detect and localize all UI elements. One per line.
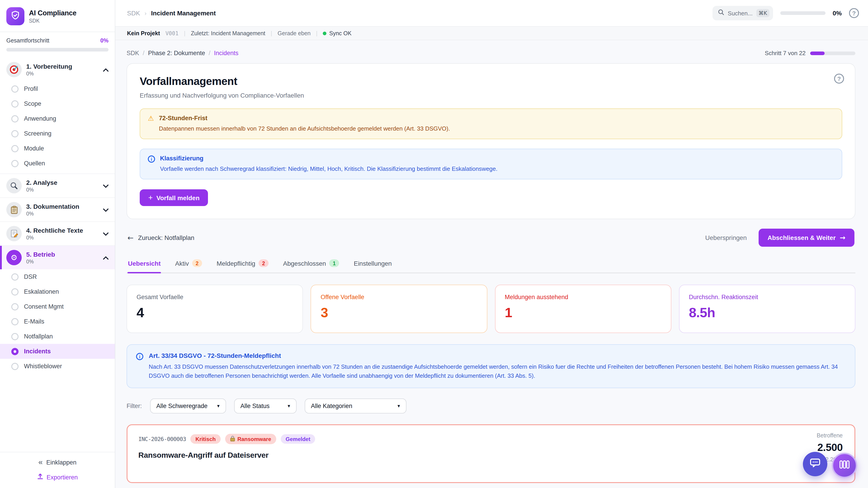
status-badge: Gemeldet: [281, 434, 315, 444]
export-button[interactable]: Exportieren: [0, 473, 115, 481]
tab-badge: 2: [258, 260, 269, 267]
search-icon: [718, 9, 724, 17]
page-breadcrumb: SDK / Phase 2: Dokumente / Incidents: [127, 50, 239, 57]
sidebar-item-module[interactable]: Module: [0, 141, 115, 156]
step-circle-icon: [11, 273, 19, 281]
tab-badge: 1: [329, 260, 339, 267]
filter-row: Filter: Alle Schweregrade ▾ Alle Status …: [127, 398, 855, 414]
app-root: AI Compliance SDK Gesamtfortschritt 0%: [0, 0, 868, 488]
gdpr-info-panel: i Art. 33/34 DSGVO - 72-Stunden-Meldepfl…: [127, 345, 855, 388]
page-content: SDK / Phase 2: Dokumente / Incidents Sch…: [115, 40, 868, 488]
section-percent: 0%: [26, 71, 98, 76]
back-link[interactable]: ← Zurueck: Notfallplan: [127, 234, 194, 242]
sidebar-item-quellen[interactable]: Quellen: [0, 156, 115, 171]
version-badge: V001: [165, 30, 179, 36]
tab-meldepflichtig[interactable]: Meldepflichtig 2: [216, 258, 269, 273]
chevron-up-icon: [103, 66, 108, 74]
breadcrumb-incidents: Incidents: [214, 50, 239, 57]
app-logo: [6, 7, 24, 25]
sidebar: AI Compliance SDK Gesamtfortschritt 0%: [0, 0, 115, 488]
breadcrumb-phase[interactable]: Phase 2: Dokumente: [148, 50, 205, 57]
stat-card-total: Gesamt Vorfaelle 4: [127, 285, 303, 333]
deadline-warning-note: ⚠ 72-Stunden-Frist Datenpannen muessen i…: [140, 108, 842, 139]
incident-management-card: ? Vorfallmanagement Erfassung und Nachve…: [127, 63, 855, 219]
stat-card-avg-reaction: Durchschn. Reaktionszeit 8.5h: [679, 285, 856, 333]
tab-aktiv[interactable]: Aktiv 2: [175, 258, 203, 273]
gdpr-panel-body: Nach Art. 33 DSGVO muessen Datenschutzve…: [149, 363, 845, 381]
sidebar-section-dokumentation[interactable]: 3. Dokumentation 0%: [0, 198, 115, 221]
tab-bar: Uebersicht Aktiv 2 Meldepflichtig 2 Abge…: [127, 258, 855, 273]
project-name: Kein Projekt: [127, 30, 160, 36]
stat-card-pending-reports: Meldungen ausstehend 1: [495, 285, 671, 333]
sidebar-section-rechtliche-texte[interactable]: 4. Rechtliche Texte 0%: [0, 222, 115, 246]
collapse-sidebar-button[interactable]: « Einklappen: [38, 458, 76, 467]
info-icon: i: [148, 156, 155, 163]
sidebar-section-analyse[interactable]: 2. Analyse 0%: [0, 174, 115, 197]
tab-abgeschlossen[interactable]: Abgeschlossen 1: [283, 258, 340, 273]
step-circle-icon: [11, 115, 19, 122]
upload-icon: [37, 473, 43, 481]
kanban-columns-icon: [839, 459, 850, 471]
sidebar-item-screening[interactable]: Screening: [0, 126, 115, 141]
breadcrumb-root[interactable]: SDK: [127, 9, 140, 17]
sidebar-item-profil[interactable]: Profil: [0, 81, 115, 96]
sidebar-section-vorbereitung[interactable]: 1. Vorbereitung 0%: [0, 58, 115, 81]
stats-row: Gesamt Vorfaelle 4 Offene Vorfaelle 3 Me…: [127, 285, 855, 333]
app-title: AI Compliance: [29, 9, 76, 17]
chat-button[interactable]: [803, 452, 827, 476]
magnifier-icon: [6, 178, 22, 193]
breadcrumb-current: Incident Management: [151, 9, 216, 17]
divider: |: [271, 30, 272, 36]
arrow-left-icon: ←: [127, 234, 133, 242]
overall-progress-label: Gesamtfortschritt: [6, 37, 49, 44]
chevron-down-icon: ▾: [217, 403, 219, 409]
step-circle-icon: [11, 333, 19, 340]
sidebar-item-eskalationen[interactable]: Eskalationen: [0, 284, 115, 299]
chevron-down-icon: [103, 230, 108, 238]
app-subtitle: SDK: [29, 18, 76, 24]
sidebar-item-whistleblower[interactable]: Whistleblower: [0, 359, 115, 374]
report-incident-button[interactable]: + Vorfall melden: [140, 190, 208, 206]
sidebar-item-scope[interactable]: Scope: [0, 96, 115, 111]
info-title: Klassifizierung: [160, 155, 498, 162]
kanban-panel-button[interactable]: [832, 453, 857, 478]
gear-icon: ⚙: [6, 250, 22, 265]
skip-button[interactable]: Ueberspringen: [705, 234, 747, 241]
last-saved-time: Gerade eben: [278, 30, 311, 36]
sidebar-footer: « Einklappen Exportieren: [0, 452, 115, 488]
sidebar-item-dsr[interactable]: DSR: [0, 269, 115, 284]
page-title: Vorfallmanagement: [140, 75, 842, 88]
overall-progress-bar: [6, 48, 108, 52]
keyboard-shortcut-badge: ⌘K: [756, 9, 769, 17]
affected-value: 2.500: [817, 442, 843, 454]
breadcrumb-sdk[interactable]: SDK: [127, 50, 139, 57]
step-circle-icon: [11, 363, 19, 370]
complete-next-button[interactable]: Abschliessen & Weiter →: [758, 229, 855, 247]
help-icon[interactable]: ?: [849, 8, 859, 18]
tab-uebersicht[interactable]: Uebersicht: [127, 258, 161, 273]
status-filter-select[interactable]: Alle Status ▾: [234, 398, 297, 414]
stat-card-open: Offene Vorfaelle 3: [311, 285, 487, 333]
sidebar-item-consent-mgmt[interactable]: Consent Mgmt: [0, 299, 115, 314]
severity-filter-select[interactable]: Alle Schweregrade ▾: [150, 398, 226, 414]
sidebar-item-notfallplan[interactable]: Notfallplan: [0, 329, 115, 344]
category-filter-select[interactable]: Alle Kategorien ▾: [305, 398, 406, 414]
chevron-down-icon: ▾: [397, 403, 400, 409]
step-circle-icon: [11, 160, 19, 167]
classification-info-note: i Klassifizierung Vorfaelle werden nach …: [140, 149, 842, 180]
affected-label: Betroffene: [817, 432, 843, 439]
sidebar-section-betrieb[interactable]: ⚙ 5. Betrieb 0%: [0, 246, 115, 269]
gdpr-panel-title: Art. 33/34 DSGVO - 72-Stunden-Meldepflic…: [149, 352, 845, 359]
card-help-icon[interactable]: ?: [834, 74, 844, 84]
plus-icon: +: [148, 194, 153, 202]
tab-einstellungen[interactable]: Einstellungen: [353, 258, 392, 273]
chat-bubble-icon: [809, 458, 821, 470]
tab-badge: 2: [192, 260, 202, 267]
search-input[interactable]: Suchen... ⌘K: [712, 6, 773, 20]
sidebar-item-incidents[interactable]: Incidents: [0, 344, 115, 359]
incident-card[interactable]: INC-2026-000003 Kritisch Ransomware Geme…: [127, 424, 855, 483]
topbar-breadcrumb: SDK › Incident Management: [127, 9, 216, 17]
target-icon: [6, 62, 22, 77]
sidebar-item-anwendung[interactable]: Anwendung: [0, 111, 115, 126]
sidebar-item-emails[interactable]: E-Mails: [0, 314, 115, 329]
